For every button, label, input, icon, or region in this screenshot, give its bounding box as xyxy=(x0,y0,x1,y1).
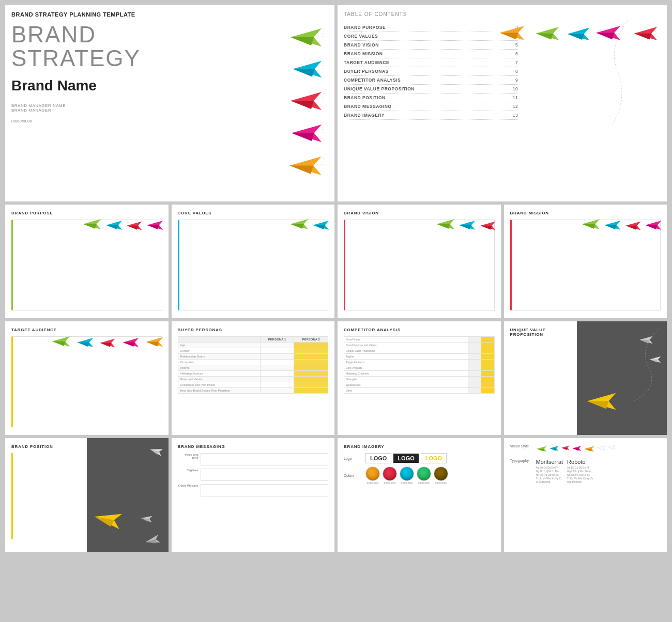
ta-orange-plane-icon xyxy=(145,335,164,349)
svg-line-4 xyxy=(322,36,324,37)
personas-persona2-cell xyxy=(294,354,328,360)
svg-marker-79 xyxy=(639,340,649,344)
cover-brand-name: Brand Name xyxy=(11,77,328,94)
personas-row: Challenges and Pain Points xyxy=(178,382,328,388)
comp-row-label: Tagline xyxy=(344,354,468,360)
swatch-5-label: #XXXXXX xyxy=(434,481,448,485)
slide-cover: BRAND STRATEGY PLANNING TEMPLATE BRAND S… xyxy=(5,5,334,201)
swatch-3: #XXXXXX xyxy=(400,466,414,485)
toc-item-2: BRAND VISION 5 xyxy=(344,41,518,50)
slide-brand-messaging: BRAND MESSAGING Voice and Tone Taglines … xyxy=(172,438,335,552)
personas-row-label: Age xyxy=(178,343,260,348)
visual-style-label: Visual Style xyxy=(510,444,536,448)
personas-persona2-cell xyxy=(294,371,328,377)
svg-line-12 xyxy=(322,92,324,95)
brand-vision-title: BRAND VISION xyxy=(344,211,495,215)
msg-label-3: Other Phrases xyxy=(178,484,198,487)
comp-row-label: Brand Name xyxy=(344,337,468,343)
uvp-dark-panel xyxy=(577,321,667,435)
svg-marker-1 xyxy=(291,37,314,45)
vs-outline-plane1-icon xyxy=(597,444,606,452)
personas-persona2-cell xyxy=(294,382,328,388)
slide-visual-style: Visual Style xyxy=(504,438,667,552)
personas-row-label: Income xyxy=(178,365,260,371)
slide-uvp: UNIQUE VALUE PROPOSITION xyxy=(504,321,667,435)
svg-marker-97 xyxy=(572,448,579,451)
bm-green-plane-icon xyxy=(581,217,601,231)
svg-marker-6 xyxy=(293,69,315,77)
svg-marker-34 xyxy=(634,34,651,40)
comp-val2 xyxy=(481,371,494,377)
svg-line-9 xyxy=(322,68,324,69)
comp-val1 xyxy=(468,348,481,354)
svg-line-7 xyxy=(322,61,324,64)
brand-position-dark xyxy=(87,438,169,552)
brand-pos-gray-plane3-icon xyxy=(140,514,153,524)
personas-persona2-cell xyxy=(294,343,328,348)
cv-green-plane-icon xyxy=(289,217,310,231)
svg-marker-93 xyxy=(549,448,556,451)
brand-position-title: BRAND POSITION xyxy=(11,444,81,449)
toc-item-8: BRAND POSITION 11 xyxy=(344,94,518,102)
svg-marker-58 xyxy=(582,224,595,229)
personas-persona1-cell xyxy=(260,360,294,365)
uvp-white-plane2-icon xyxy=(649,355,662,364)
personas-row: Occupation xyxy=(178,360,328,365)
personas-persona1-cell xyxy=(260,354,294,360)
comp-val2 xyxy=(481,377,494,382)
personas-label-col xyxy=(178,337,260,343)
svg-marker-39 xyxy=(106,225,118,229)
brand-mission-planes xyxy=(581,217,663,234)
personas-row-label: Occupation xyxy=(178,360,260,365)
svg-line-59 xyxy=(600,219,601,221)
bv-cyan-plane-icon xyxy=(458,219,477,231)
bp-cyan-plane-icon xyxy=(105,219,124,231)
comp-val2 xyxy=(481,382,494,388)
comp-row-label: Other xyxy=(344,388,468,394)
bm-pink-plane-icon xyxy=(644,219,663,231)
toc-item-9: BRAND MESSAGING 12 xyxy=(344,102,518,111)
comp-row: Unique Value Proposition xyxy=(344,348,495,354)
brand-pos-gray-plane1-icon xyxy=(143,532,162,548)
green-plane-icon xyxy=(288,26,324,49)
logo-label: Logo xyxy=(344,457,362,460)
swatch-1: #XXXXXX xyxy=(365,466,380,485)
msg-label-2: Taglines xyxy=(178,469,198,472)
bm-cyan-plane-icon xyxy=(603,219,622,231)
svg-line-46 xyxy=(308,219,310,221)
toc-item-4: TARGET AUDIENCE 7 xyxy=(344,58,518,67)
personas-row: How Your Brand Solves Their Problems xyxy=(178,388,328,394)
roboto-sample: Aa Bb Cc Dd Ee FfGg Hh Ii Jj Kk Ll MmNn … xyxy=(567,466,593,484)
slide-buyer-personas: BUYER PERSONAS PERSONA 1 PERSONA 2 AgeGe… xyxy=(172,321,335,435)
toc-red-plane-icon xyxy=(632,25,659,42)
slide-toc: TABLE OF CONTENTS BRAND PURPOSE 3 CORE V… xyxy=(338,5,667,201)
brand-pos-yellow-plane-icon xyxy=(90,505,125,534)
svg-marker-51 xyxy=(436,224,450,229)
brand-purpose-planes xyxy=(82,217,164,234)
brand-vision-planes xyxy=(435,217,497,234)
cv-cyan-plane-icon xyxy=(312,219,330,231)
montserrat-sample: Aa Bb Cc Dd Ee FfGg Hh Ii Jj Kk Ll MmNn … xyxy=(536,466,563,484)
personas-persona2-cell xyxy=(294,348,328,354)
vs-green-plane-icon xyxy=(536,444,547,454)
comp-val1 xyxy=(468,343,481,348)
cover-date: 00/00/0000 xyxy=(11,119,328,123)
comp-row: Tagline xyxy=(344,354,495,360)
vs-orange-plane-icon xyxy=(584,444,595,454)
comp-row-label: Weaknesses xyxy=(344,382,468,388)
comp-val2 xyxy=(481,354,494,360)
msg-box-3 xyxy=(201,484,329,496)
svg-marker-65 xyxy=(646,225,658,229)
personas-persona1-cell xyxy=(260,348,294,354)
colors-label: Colors xyxy=(344,474,362,477)
svg-line-2 xyxy=(322,28,324,31)
ta-cyan-plane-icon xyxy=(76,336,95,349)
visual-style-row: Visual Style xyxy=(510,444,661,454)
slide-brand-position: BRAND POSITION xyxy=(5,438,169,552)
ta-green-plane-icon xyxy=(51,334,71,349)
logo-row: Logo LOGO LOGO LOGO xyxy=(344,453,495,463)
personas-row-label: Affiliation Sources xyxy=(178,371,260,377)
uvp-yellow-plane-icon xyxy=(585,388,618,414)
slide-competitor-analysis: COMPETITOR ANALYSIS Brand NameBrand Purp… xyxy=(338,321,501,435)
target-audience-title: TARGET AUDIENCE xyxy=(11,328,162,332)
